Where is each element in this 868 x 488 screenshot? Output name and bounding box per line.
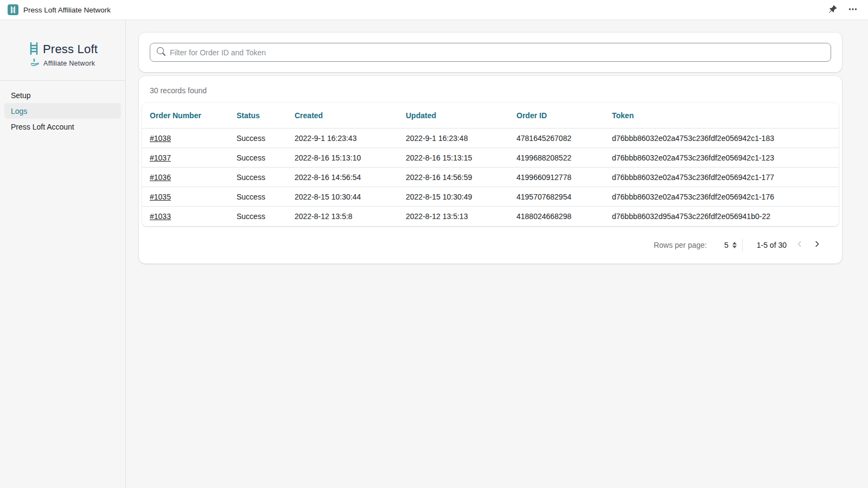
table-body: #1038 Success 2022-9-1 16:23:43 2022-9-1… <box>142 129 839 226</box>
column-header-order-number: Order Number <box>150 111 237 120</box>
stepper-icon <box>732 242 737 248</box>
filter-card <box>139 33 842 72</box>
order-number-link[interactable]: #1033 <box>150 212 171 221</box>
sidebar-item-label: Press Loft Account <box>11 123 74 131</box>
logs-card: 30 records found Order Number Status Cre… <box>139 76 842 264</box>
filter-field <box>150 43 831 62</box>
column-header-created: Created <box>295 111 406 120</box>
token-cell: d76bbb86032e02a4753c236fdf2e056942c1-183 <box>612 134 839 143</box>
sidebar-item-label: Logs <box>11 107 27 115</box>
rows-per-page-label: Rows per page: <box>654 241 707 249</box>
order-number-link[interactable]: #1035 <box>150 192 171 201</box>
column-header-token: Token <box>612 111 839 120</box>
created-cell: 2022-8-16 14:56:54 <box>295 173 406 182</box>
column-header-order-id: Order ID <box>516 111 612 120</box>
order-id-cell: 4781645267082 <box>516 134 612 143</box>
status-cell: Success <box>237 153 295 162</box>
status-cell: Success <box>237 192 295 201</box>
ladder-icon <box>29 42 39 57</box>
column-header-updated: Updated <box>406 111 516 120</box>
token-cell: d76bbb86032e02a4753c236fdf2e056942c1-176 <box>612 192 839 201</box>
order-id-cell: 4199660912778 <box>516 173 612 182</box>
chevron-right-icon <box>813 240 821 249</box>
records-count: 30 records found <box>139 76 842 103</box>
sidebar: Press Loft Affiliate Network Setup <box>0 20 126 488</box>
app-logo: Press Loft Affiliate Network <box>0 42 125 68</box>
status-cell: Success <box>237 212 295 221</box>
overflow-menu-button[interactable] <box>845 2 860 17</box>
status-cell: Success <box>237 173 295 182</box>
logs-table: Order Number Status Created Updated Orde… <box>142 103 839 226</box>
table-row: #1038 Success 2022-9-1 16:23:43 2022-9-1… <box>142 129 839 148</box>
order-id-cell: 4195707682954 <box>516 192 612 201</box>
app-tile-ladder-icon <box>8 4 18 15</box>
sidebar-nav: Setup Logs Press Loft Account <box>0 80 125 134</box>
table-row: #1033 Success 2022-8-12 13:5:8 2022-8-12… <box>142 207 839 226</box>
updated-cell: 2022-8-12 13:5:13 <box>406 212 516 221</box>
table-row: #1037 Success 2022-8-16 15:13:10 2022-8-… <box>142 148 839 168</box>
updated-cell: 2022-8-16 14:56:59 <box>406 173 516 182</box>
sidebar-item-logs[interactable]: Logs <box>4 103 121 119</box>
order-number-link[interactable]: #1038 <box>150 134 171 143</box>
token-cell: d76bbb86032e02a4753c236fdf2e056942c1-123 <box>612 153 839 162</box>
main-content: 30 records found Order Number Status Cre… <box>126 20 868 488</box>
created-cell: 2022-8-16 15:13:10 <box>295 153 406 162</box>
column-header-status: Status <box>237 111 295 120</box>
table-row: #1036 Success 2022-8-16 14:56:54 2022-8-… <box>142 168 839 187</box>
pagination-range: 1-5 of 30 <box>757 241 787 249</box>
sidebar-item-press-loft-account[interactable]: Press Loft Account <box>4 119 121 134</box>
created-cell: 2022-8-15 10:30:44 <box>295 192 406 201</box>
table-header-row: Order Number Status Created Updated Orde… <box>142 103 839 129</box>
pushpin-icon <box>828 5 837 15</box>
table-row: #1035 Success 2022-8-15 10:30:44 2022-8-… <box>142 187 839 207</box>
magnifier-icon <box>157 47 165 57</box>
order-number-link[interactable]: #1037 <box>150 153 171 162</box>
filter-input[interactable] <box>170 48 824 57</box>
logo-wordmark: Press Loft <box>43 42 98 56</box>
pin-app-button[interactable] <box>825 2 840 17</box>
horizontal-dots-icon <box>848 4 858 16</box>
next-page-button[interactable] <box>808 236 826 254</box>
token-cell: d76bbb86032e02a4753c236fdf2e056942c1-177 <box>612 173 839 182</box>
hand-dollar-icon <box>30 59 39 68</box>
sidebar-item-setup[interactable]: Setup <box>4 87 121 103</box>
logo-subtitle: Affiliate Network <box>43 60 95 67</box>
updated-cell: 2022-8-16 15:13:15 <box>406 153 516 162</box>
status-cell: Success <box>237 134 295 143</box>
previous-page-button[interactable] <box>791 236 808 254</box>
order-id-cell: 4188024668298 <box>516 212 612 221</box>
sidebar-item-label: Setup <box>11 91 31 100</box>
updated-cell: 2022-8-15 10:30:49 <box>406 192 516 201</box>
rows-per-page-value: 5 <box>724 241 729 249</box>
topbar: Press Loft Affiliate Network <box>0 0 868 20</box>
rows-per-page-select[interactable]: 5 <box>722 239 743 252</box>
order-id-cell: 4199688208522 <box>516 153 612 162</box>
pagination: Rows per page: 5 1-5 of 30 <box>139 226 842 264</box>
updated-cell: 2022-9-1 16:23:48 <box>406 134 516 143</box>
created-cell: 2022-8-12 13:5:8 <box>295 212 406 221</box>
app-title: Press Loft Affiliate Network <box>23 6 111 14</box>
chevron-left-icon <box>796 240 803 249</box>
created-cell: 2022-9-1 16:23:43 <box>295 134 406 143</box>
token-cell: d76bbb86032d95a4753c226fdf2e056941b0-22 <box>612 212 839 221</box>
order-number-link[interactable]: #1036 <box>150 173 171 182</box>
